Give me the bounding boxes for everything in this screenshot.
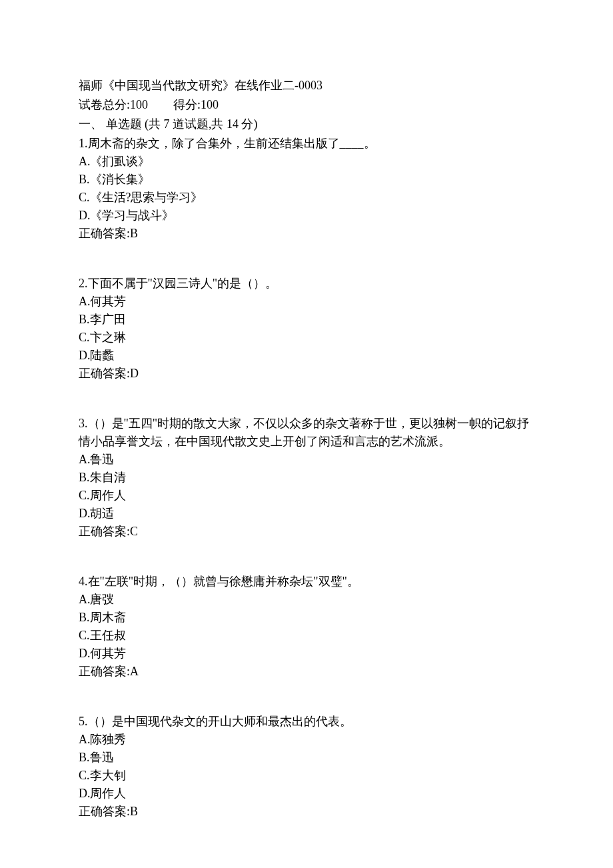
- correct-answer: 正确答案:B: [79, 803, 534, 821]
- question-option: A.鲁迅: [79, 451, 534, 469]
- question-option: A.《扪虱谈》: [79, 153, 534, 171]
- question-option: B.李广田: [79, 311, 534, 329]
- question-block: 1.周木斋的杂文，除了合集外，生前还结集出版了____。 A.《扪虱谈》 B.《…: [79, 135, 534, 243]
- question-text: 3.（）是"五四"时期的散文大家，不仅以众多的杂文著称于世，更以独树一帜的记叙抒…: [79, 415, 534, 451]
- score-line: 试卷总分:100得分:100: [79, 96, 534, 114]
- question-block: 3.（）是"五四"时期的散文大家，不仅以众多的杂文著称于世，更以独树一帜的记叙抒…: [79, 415, 534, 541]
- question-option: C.卞之琳: [79, 329, 534, 347]
- question-option: C.《生活?思索与学习》: [79, 189, 534, 207]
- question-block: 5.（）是中国现代杂文的开山大师和最杰出的代表。 A.陈独秀 B.鲁迅 C.李大…: [79, 713, 534, 821]
- question-block: 2.下面不属于"汉园三诗人"的是（）。 A.何其芳 B.李广田 C.卞之琳 D.…: [79, 275, 534, 383]
- correct-answer: 正确答案:D: [79, 365, 534, 383]
- correct-answer: 正确答案:C: [79, 523, 534, 541]
- question-option: C.王任叔: [79, 627, 534, 645]
- question-option: C.李大钊: [79, 767, 534, 785]
- question-option: A.何其芳: [79, 293, 534, 311]
- question-option: D.周作人: [79, 785, 534, 803]
- question-option: B.《消长集》: [79, 171, 534, 189]
- question-option: B.周木斋: [79, 609, 534, 627]
- question-text: 2.下面不属于"汉园三诗人"的是（）。: [79, 275, 534, 293]
- section-title: 一、 单选题 (共 7 道试题,共 14 分): [79, 115, 534, 133]
- question-option: D.何其芳: [79, 645, 534, 663]
- question-text: 5.（）是中国现代杂文的开山大师和最杰出的代表。: [79, 713, 534, 731]
- question-block: 4.在"左联"时期，（）就曾与徐懋庸并称杂坛"双璧"。 A.唐弢 B.周木斋 C…: [79, 573, 534, 681]
- correct-answer: 正确答案:B: [79, 225, 534, 243]
- question-option: C.周作人: [79, 487, 534, 505]
- correct-answer: 正确答案:A: [79, 663, 534, 681]
- question-option: B.朱自清: [79, 469, 534, 487]
- question-option: A.陈独秀: [79, 731, 534, 749]
- question-option: A.唐弢: [79, 591, 534, 609]
- question-text: 1.周木斋的杂文，除了合集外，生前还结集出版了____。: [79, 135, 534, 153]
- question-option: D.《学习与战斗》: [79, 207, 534, 225]
- question-option: D.陆蠡: [79, 347, 534, 365]
- page-title: 福师《中国现当代散文研究》在线作业二-0003: [79, 77, 534, 95]
- obtained-score-label: 得分:100: [173, 98, 219, 111]
- question-option: B.鲁迅: [79, 749, 534, 767]
- total-score-label: 试卷总分:100: [79, 98, 148, 111]
- question-option: D.胡适: [79, 505, 534, 523]
- question-text: 4.在"左联"时期，（）就曾与徐懋庸并称杂坛"双璧"。: [79, 573, 534, 591]
